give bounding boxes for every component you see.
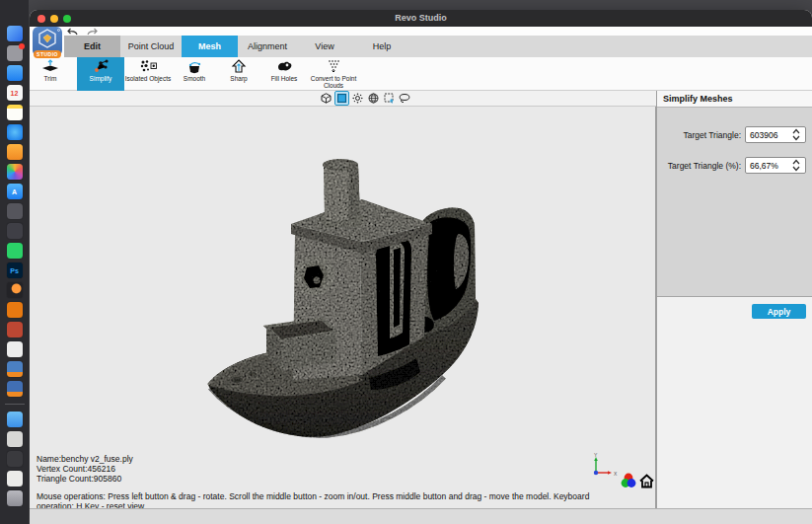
- dock-mail[interactable]: [7, 65, 23, 81]
- target-triangle-pct-row: Target Triangle (%):: [657, 157, 812, 174]
- dock-calendar[interactable]: 12: [7, 85, 23, 101]
- dock-whatsapp[interactable]: [7, 243, 23, 259]
- dock-meshlab[interactable]: [7, 322, 23, 337]
- status-bar: [30, 508, 812, 524]
- dock-window-thumb-3[interactable]: [7, 471, 23, 487]
- dock-notes[interactable]: [7, 105, 23, 120]
- app-store-glyph: A: [12, 188, 17, 195]
- logo-dot: [57, 29, 60, 32]
- tool-fill-holes[interactable]: Fill Holes: [260, 57, 308, 91]
- dock-trash[interactable]: [7, 490, 23, 506]
- tab-mesh[interactable]: Mesh: [182, 36, 238, 57]
- system-preferences-notification-badge: [19, 43, 25, 49]
- home-reset-view-icon[interactable]: [638, 473, 655, 489]
- dock-app-store[interactable]: A: [7, 184, 23, 199]
- trim-icon: [40, 59, 60, 74]
- sharp-icon: [229, 59, 249, 74]
- tab-alignment[interactable]: Alignment: [238, 36, 297, 57]
- tab-edit[interactable]: Edit: [64, 36, 120, 57]
- logo-studio-badge: STUDIO: [34, 50, 61, 58]
- solid-view-icon[interactable]: [335, 92, 348, 105]
- model-info: Name:benchy v2_fuse.ply Vertex Count:456…: [37, 454, 133, 484]
- desktop: 12APs Revo Studio STUDIO: [0, 0, 812, 524]
- rectangle-select-icon[interactable]: [383, 92, 396, 105]
- target-triangle-label: Target Triangle:: [683, 130, 741, 140]
- simplify-panel: Simplify Meshes Target Triangle:: [656, 91, 812, 508]
- fill-holes-icon: [274, 59, 294, 74]
- target-triangle-row: Target Triangle:: [657, 126, 812, 143]
- panel-title: Simplify Meshes: [657, 91, 812, 108]
- dock-divider: [5, 404, 25, 405]
- axis-gizmo: Y X: [587, 452, 619, 482]
- revo-studio-window: Revo Studio STUDIO: [30, 10, 812, 524]
- target-triangle-field: [745, 126, 806, 143]
- tool-smooth[interactable]: Smooth: [172, 57, 217, 91]
- calendar-glyph: 12: [11, 90, 19, 97]
- viewport-3d[interactable]: Name:benchy v2_fuse.ply Vertex Count:456…: [30, 107, 656, 508]
- axis-y-label: Y: [594, 452, 598, 458]
- lasso-select-icon[interactable]: [399, 92, 411, 105]
- revo-studio-logo: STUDIO: [33, 27, 62, 56]
- simplify-icon: [91, 59, 111, 74]
- titlebar: Revo Studio: [30, 10, 812, 27]
- view-toolbar: [30, 91, 656, 107]
- target-triangle-pct-stepper[interactable]: [789, 158, 803, 173]
- shaded-cube-view-icon[interactable]: [320, 92, 332, 105]
- tool-trim[interactable]: Trim: [33, 57, 68, 91]
- dock-revo-studio[interactable]: [7, 361, 23, 377]
- dock-launchpad[interactable]: [7, 223, 23, 239]
- target-triangle-stepper[interactable]: [789, 127, 803, 142]
- window-title: Revo Studio: [30, 10, 812, 27]
- target-triangle-pct-label: Target Triangle (%):: [668, 161, 741, 171]
- dock-photos[interactable]: [7, 164, 23, 180]
- photoshop-glyph: Ps: [10, 267, 19, 274]
- dock-dark-app[interactable]: [7, 282, 23, 298]
- smooth-icon: [185, 59, 204, 74]
- rgb-color-toggle-icon[interactable]: [620, 472, 637, 489]
- tab-strip: Edit Point Cloud Mesh Alignment View Hel…: [64, 36, 812, 57]
- point-view-icon[interactable]: [351, 92, 364, 105]
- apply-button[interactable]: Apply: [752, 304, 806, 319]
- panel-action-area: Apply: [657, 297, 812, 507]
- dock-window-thumb-1[interactable]: [7, 431, 23, 447]
- dock-system-preferences[interactable]: [7, 45, 23, 61]
- dock-photoshop[interactable]: Ps: [7, 262, 23, 278]
- triangle-count-line: Triangle Count:905860: [37, 474, 133, 484]
- dock-revo-scan[interactable]: [7, 381, 23, 397]
- tool-isolated-objects[interactable]: Isolated Objects: [124, 57, 172, 91]
- dock: 12APs: [0, 0, 29, 524]
- dock-pencil-app[interactable]: [7, 144, 23, 160]
- target-triangle-pct-field: [745, 157, 806, 174]
- menu-row: STUDIO Edit Point Cloud Mesh Alignment V…: [30, 27, 812, 57]
- dock-finder[interactable]: [7, 26, 23, 41]
- tab-help[interactable]: Help: [352, 36, 411, 57]
- dock-downloads-folder[interactable]: [7, 412, 23, 427]
- model-name-line: Name:benchy v2_fuse.ply: [37, 454, 133, 464]
- axis-x-label: X: [614, 471, 618, 477]
- ribbon: Trim Simplify: [30, 57, 812, 91]
- vertex-count-line: Vertex Count:456216: [37, 464, 133, 474]
- dock-safari[interactable]: [7, 124, 23, 140]
- target-triangle-pct-input[interactable]: [746, 161, 789, 171]
- tab-point-cloud[interactable]: Point Cloud: [120, 36, 182, 57]
- dock-simulator-device[interactable]: [7, 203, 23, 219]
- wireframe-view-icon[interactable]: [367, 92, 380, 105]
- tool-sharp[interactable]: Sharp: [217, 57, 260, 91]
- tab-view[interactable]: View: [297, 36, 352, 57]
- dock-window-thumb-2[interactable]: [7, 451, 23, 467]
- dock-document-app[interactable]: [7, 341, 23, 357]
- panel-settings-area: Target Triangle: Target Triangle (%):: [657, 108, 812, 297]
- isolated-objects-icon: [138, 59, 158, 74]
- target-triangle-input[interactable]: [746, 130, 789, 140]
- tool-convert-to-point-clouds[interactable]: Convert to Point Clouds: [308, 57, 359, 91]
- dock-blender[interactable]: [7, 302, 23, 318]
- benchy-model[interactable]: [176, 131, 511, 462]
- tool-simplify[interactable]: Simplify: [77, 57, 124, 91]
- convert-to-point-clouds-icon: [324, 59, 343, 74]
- mouse-help-text: Mouse operations: Press left button & dr…: [37, 491, 628, 508]
